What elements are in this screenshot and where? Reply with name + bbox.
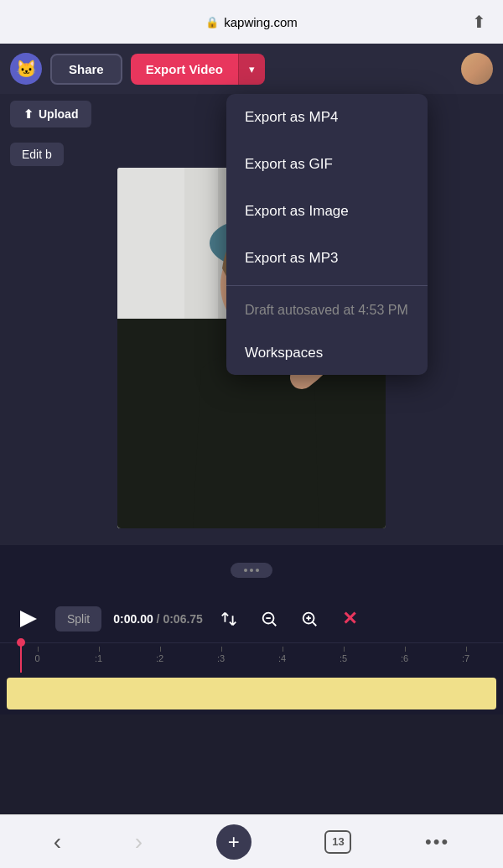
url-text: kapwing.com xyxy=(224,15,298,29)
dropdown-divider xyxy=(226,285,428,286)
zoom-out-icon xyxy=(260,610,278,628)
browser-nav: ‹ › + 13 ••• xyxy=(0,814,503,868)
workspaces-item[interactable]: Workspaces xyxy=(226,331,428,375)
ruler-mark-4: :4 xyxy=(252,653,313,663)
ruler-marks: 0 :1 :2 :3 :4 :5 :6 :7 xyxy=(7,653,496,663)
swap-icon-button[interactable] xyxy=(215,605,243,633)
app-header: 🐱 Share Export Video ▾ xyxy=(0,44,503,94)
export-gif-item[interactable]: Export as GIF xyxy=(226,141,428,188)
url-bar[interactable]: 🔒 kapwing.com xyxy=(205,15,298,29)
ruler-mark-2: :2 xyxy=(129,653,190,663)
export-chevron-button[interactable]: ▾ xyxy=(238,54,265,85)
timecode-total: 0:06.75 xyxy=(163,612,202,626)
ruler-mark-0: 0 xyxy=(7,653,68,663)
play-icon xyxy=(20,611,37,627)
lock-icon: 🔒 xyxy=(205,16,219,29)
export-mp3-item[interactable]: Export as MP3 xyxy=(226,235,428,282)
upload-label: Upload xyxy=(39,107,78,121)
browser-share-icon[interactable]: ⬆ xyxy=(472,12,486,32)
playback-controls: Split 0:00.00 / 0:06.75 ✕ xyxy=(0,595,503,642)
export-dropdown: Export as MP4 Export as GIF Export as Im… xyxy=(226,94,428,375)
zoom-out-button[interactable] xyxy=(255,605,283,633)
share-button[interactable]: Share xyxy=(50,54,122,85)
ruler-mark-1: :1 xyxy=(68,653,129,663)
ruler-mark-3: :3 xyxy=(190,653,252,663)
new-tab-button[interactable]: + xyxy=(216,824,252,860)
back-button[interactable]: ‹ xyxy=(54,829,61,855)
close-button[interactable]: ✕ xyxy=(335,605,364,633)
tabs-button[interactable]: 13 xyxy=(324,830,351,854)
user-avatar-image xyxy=(461,53,493,85)
more-button[interactable]: ••• xyxy=(425,831,449,853)
user-avatar[interactable] xyxy=(461,53,493,85)
handle-dot-3 xyxy=(256,569,259,572)
svg-line-9 xyxy=(272,622,277,626)
svg-line-13 xyxy=(313,622,317,626)
timeline-ruler: 0 :1 :2 :3 :4 :5 :6 :7 xyxy=(0,642,503,673)
edit-label: Edit b xyxy=(10,143,64,166)
browser-chrome: 🔒 kapwing.com ⬆ xyxy=(0,0,503,44)
swap-icon xyxy=(220,610,238,628)
export-image-item[interactable]: Export as Image xyxy=(226,188,428,235)
handle-dot-2 xyxy=(250,569,253,572)
autosave-meta: Draft autosaved at 4:53 PM xyxy=(226,289,428,331)
zoom-in-button[interactable] xyxy=(295,605,324,633)
ruler-mark-5: :5 xyxy=(313,653,374,663)
timeline-handle[interactable] xyxy=(231,563,272,578)
forward-button[interactable]: › xyxy=(135,829,143,855)
clip-track-area xyxy=(0,673,503,715)
timeline-handle-area[interactable] xyxy=(0,545,503,595)
export-mp4-item[interactable]: Export as MP4 xyxy=(226,94,428,141)
ruler-mark-6: :6 xyxy=(374,653,435,663)
ruler-mark-7: :7 xyxy=(435,653,496,663)
upload-icon: ⬆ xyxy=(23,107,34,121)
upload-button[interactable]: ⬆ Upload xyxy=(10,101,91,127)
zoom-in-icon xyxy=(300,610,319,628)
split-button[interactable]: Split xyxy=(55,606,101,632)
handle-dot-1 xyxy=(244,569,247,572)
logo-avatar: 🐱 xyxy=(10,53,42,85)
clip-track[interactable] xyxy=(7,678,496,709)
timecode-display: 0:00.00 / 0:06.75 xyxy=(113,612,203,626)
timecode-current: 0:00.00 xyxy=(113,612,153,626)
export-button-group: Export Video ▾ xyxy=(131,54,265,85)
play-button[interactable] xyxy=(13,604,44,634)
export-video-button[interactable]: Export Video xyxy=(131,54,238,85)
